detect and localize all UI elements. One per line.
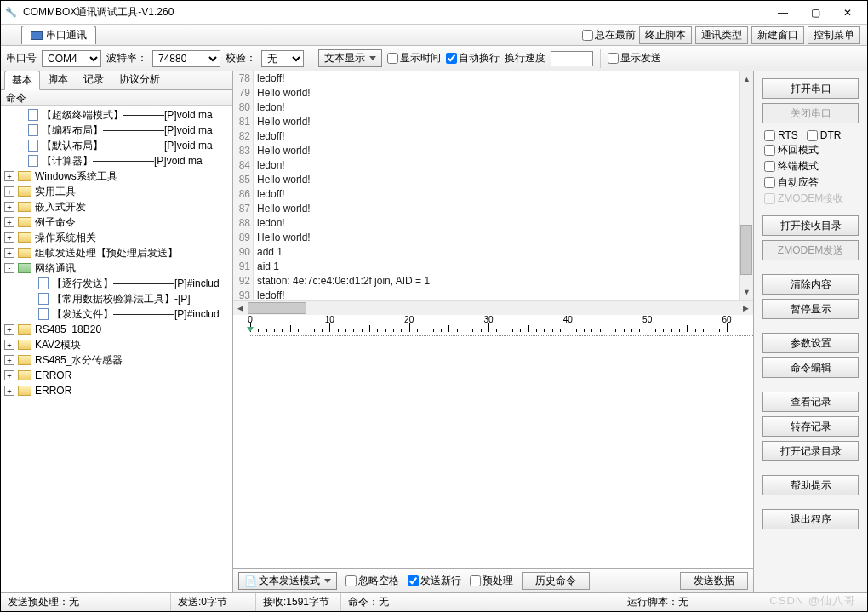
tree-item[interactable]: +ERROR (1, 368, 232, 383)
tab-protocol[interactable]: 协议分析 (111, 71, 168, 89)
tree-item[interactable]: +RS485_18B20 (1, 322, 232, 337)
tree-item-label: 网络通讯 (35, 261, 76, 276)
status-send: 发送:0字节 (171, 593, 256, 611)
tab-record[interactable]: 记录 (76, 71, 111, 89)
scroll-down-icon[interactable]: ▼ (740, 285, 753, 300)
tab-serial[interactable]: 串口通讯 (21, 26, 96, 44)
tree-item-label: 【默认布局】——————[P]void ma (42, 139, 213, 153)
send-mode-button[interactable]: 📄 文本发送模式 (238, 572, 337, 590)
dump-log-button[interactable]: 转存记录 (762, 416, 859, 437)
tree-item[interactable]: 【逐行发送】——————[P]#includ (1, 276, 232, 291)
send-newline-checkbox[interactable]: 发送新行 (408, 574, 461, 588)
comm-type-button[interactable]: 通讯类型 (695, 26, 748, 44)
loop-mode-checkbox[interactable]: 环回模式 (764, 143, 859, 157)
tree-item[interactable]: +嵌入式开发 (1, 199, 232, 214)
tree-item[interactable]: 【计算器】——————[P]void ma (1, 153, 232, 169)
tree-expander-icon[interactable]: + (4, 355, 14, 365)
cmd-edit-button[interactable]: 命令编辑 (762, 357, 859, 378)
file-icon (38, 308, 49, 320)
text-display-button[interactable]: 文本显示 (318, 49, 382, 67)
tree-item[interactable]: 【超级终端模式】————[P]void ma (1, 107, 232, 123)
show-time-checkbox[interactable]: 显示时间 (387, 51, 441, 66)
tree-item[interactable]: +Windows系统工具 (1, 169, 232, 184)
tab-script[interactable]: 脚本 (40, 71, 76, 89)
tree-item-label: 【发送文件】——————[P]#includ (52, 307, 220, 322)
auto-answer-checkbox[interactable]: 自动应答 (764, 175, 859, 190)
pause-display-button[interactable]: 暂停显示 (762, 299, 859, 319)
maximize-button[interactable]: ▢ (799, 2, 831, 24)
tree-item[interactable]: +RS485_水分传感器 (1, 352, 232, 368)
send-data-button[interactable]: 发送数据 (680, 572, 748, 590)
command-tree[interactable]: 【超级终端模式】————[P]void ma【编程布局】——————[P]voi… (1, 106, 232, 592)
tree-expander-icon[interactable]: + (4, 340, 14, 350)
console-output[interactable]: 7879808182838485868788899091929394959697… (233, 71, 753, 300)
send-textarea[interactable] (233, 340, 753, 569)
tree-item[interactable]: +组帧发送处理【预处理后发送】 (1, 245, 232, 260)
clear-content-button[interactable]: 清除内容 (762, 274, 859, 295)
tree-expander-icon[interactable]: + (4, 232, 14, 243)
tree-item[interactable]: -网络通讯 (1, 260, 232, 276)
vertical-scrollbar[interactable]: ▲ ▼ (739, 71, 753, 300)
folder-icon (18, 171, 31, 181)
scroll-up-icon[interactable]: ▲ (740, 71, 753, 86)
view-log-button[interactable]: 查看记录 (762, 392, 859, 412)
scroll-thumb[interactable] (740, 225, 752, 274)
open-log-dir-button[interactable]: 打开记录目录 (762, 441, 859, 461)
tree-item[interactable]: +KAV2模块 (1, 337, 232, 352)
tree-item-label: 【常用数据校验算法工具】-[P] (52, 292, 191, 306)
scroll-left-icon[interactable]: ◀ (233, 301, 248, 316)
tree-item[interactable]: +例子命令 (1, 214, 232, 230)
preprocess-checkbox[interactable]: 预处理 (470, 574, 513, 588)
tab-basic[interactable]: 基本 (4, 71, 40, 90)
dtr-checkbox[interactable]: DTR (807, 129, 842, 141)
param-settings-button[interactable]: 参数设置 (762, 333, 859, 353)
history-button[interactable]: 历史命令 (522, 572, 590, 590)
file-icon (38, 293, 49, 305)
tree-item[interactable]: 【默认布局】——————[P]void ma (1, 138, 232, 153)
check-select[interactable]: 无 (261, 50, 304, 67)
always-on-top-checkbox[interactable]: 总在最前 (582, 28, 636, 43)
port-select[interactable]: COM4 (42, 50, 101, 67)
tree-expander-icon[interactable]: - (4, 263, 14, 273)
tree-expander-icon[interactable]: + (4, 386, 14, 396)
tree-item-label: ERROR (35, 385, 71, 397)
close-button[interactable]: ✕ (831, 2, 864, 24)
rts-checkbox[interactable]: RTS (764, 129, 798, 141)
wrap-speed-input[interactable] (551, 51, 593, 66)
control-menu-button[interactable]: 控制菜单 (808, 26, 860, 44)
auto-wrap-checkbox[interactable]: 自动换行 (446, 51, 500, 66)
tree-item[interactable]: +ERROR (1, 383, 232, 398)
scroll-right-icon[interactable]: ▶ (739, 301, 753, 316)
minimize-button[interactable]: — (767, 2, 799, 24)
tree-expander-icon[interactable]: + (4, 202, 14, 212)
tree-item[interactable]: 【编程布局】——————[P]void ma (1, 123, 232, 138)
stop-script-button[interactable]: 终止脚本 (639, 26, 692, 44)
tree-item[interactable]: 【常用数据校验算法工具】-[P] (1, 291, 232, 306)
tree-expander-icon[interactable]: + (4, 217, 14, 227)
tree-expander-icon[interactable]: + (4, 171, 14, 181)
tree-item-label: RS485_水分传感器 (35, 353, 123, 368)
tree-expander-icon[interactable]: + (4, 370, 14, 380)
horizontal-scrollbar[interactable]: ◀ ▶ (233, 300, 753, 315)
tree-item[interactable]: 【发送文件】——————[P]#includ (1, 306, 232, 322)
folder-icon (18, 217, 31, 227)
tree-expander-icon[interactable]: + (4, 248, 14, 258)
hscroll-thumb[interactable] (248, 302, 306, 314)
file-icon (28, 140, 38, 152)
tree-expander-icon[interactable]: + (4, 186, 14, 197)
tree-item-label: 【编程布局】——————[P]void ma (42, 123, 213, 138)
open-port-button[interactable]: 打开串口 (762, 78, 859, 99)
terminal-mode-checkbox[interactable]: 终端模式 (764, 159, 859, 174)
open-recv-dir-button[interactable]: 打开接收目录 (762, 215, 859, 236)
exit-button[interactable]: 退出程序 (762, 509, 859, 529)
ignore-space-checkbox[interactable]: 忽略空格 (345, 574, 399, 588)
folder-icon (18, 186, 31, 197)
baud-select[interactable]: 74880 (152, 50, 220, 67)
show-send-checkbox[interactable]: 显示发送 (608, 51, 661, 66)
console-text: ledoff!Hello world!ledon!Hello world!led… (254, 71, 739, 300)
new-window-button[interactable]: 新建窗口 (751, 26, 804, 44)
tree-item[interactable]: +操作系统相关 (1, 230, 232, 245)
tree-expander-icon[interactable]: + (4, 324, 14, 335)
tree-item[interactable]: +实用工具 (1, 184, 232, 199)
help-button[interactable]: 帮助提示 (762, 475, 859, 495)
